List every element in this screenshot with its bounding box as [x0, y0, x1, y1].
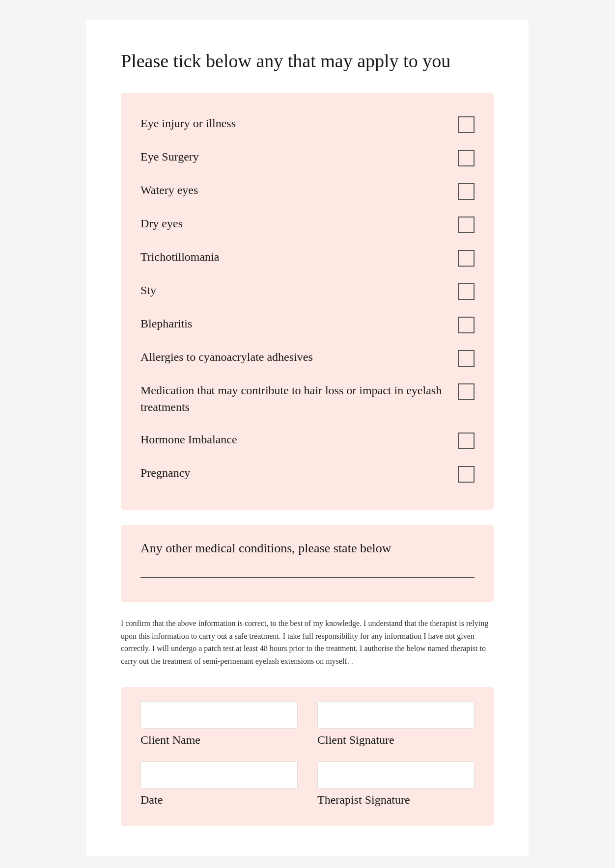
checklist-item-trichotillomania: Trichotillomania — [140, 241, 475, 274]
checklist-label-dry-eyes: Dry eyes — [140, 216, 458, 232]
confirmation-text: I confirm that the above information is … — [121, 617, 494, 667]
other-conditions-label: Any other medical conditions, please sta… — [140, 540, 475, 557]
checklist-item-hormone: Hormone Imbalance — [140, 424, 475, 457]
checklist-checkbox-dry-eyes[interactable] — [458, 217, 475, 233]
checklist-label-medication: Medication that may contribute to hair l… — [140, 382, 458, 415]
other-conditions-line — [140, 577, 475, 578]
signature-field-label-client-name: Client Name — [140, 733, 298, 747]
signature-field-client-name: Client Name — [140, 702, 298, 747]
checklist-label-hormone: Hormone Imbalance — [140, 432, 458, 448]
signature-input-client-signature[interactable] — [317, 702, 475, 729]
checklist-item-eye-surgery: Eye Surgery — [140, 141, 475, 174]
checklist-checkbox-eye-injury[interactable] — [458, 116, 475, 133]
checklist-label-watery-eyes: Watery eyes — [140, 182, 458, 199]
checklist-checkbox-trichotillomania[interactable] — [458, 250, 475, 267]
main-page: Please tick below any that may apply to … — [86, 20, 529, 856]
checklist-checkbox-medication[interactable] — [458, 383, 475, 400]
checklist-checkbox-pregnancy[interactable] — [458, 466, 475, 483]
checklist-label-eye-injury: Eye injury or illness — [140, 115, 458, 132]
checklist-box: Eye injury or illnessEye SurgeryWatery e… — [121, 93, 494, 510]
checklist-item-eye-injury: Eye injury or illness — [140, 108, 475, 141]
checklist-label-eye-surgery: Eye Surgery — [140, 149, 458, 165]
signature-field-label-date: Date — [140, 793, 298, 807]
checklist-checkbox-blepharitis[interactable] — [458, 317, 475, 333]
signature-field-therapist-signature: Therapist Signature — [317, 761, 475, 807]
signature-grid: Client NameClient SignatureDateTherapist… — [140, 702, 475, 807]
checklist-item-dry-eyes: Dry eyes — [140, 208, 475, 241]
checklist-item-pregnancy: Pregnancy — [140, 457, 475, 490]
checklist-label-pregnancy: Pregnancy — [140, 465, 458, 482]
signature-section: Client NameClient SignatureDateTherapist… — [121, 687, 494, 826]
checklist-label-trichotillomania: Trichotillomania — [140, 249, 458, 266]
checklist-item-allergies: Allergies to cyanoacrylate adhesives — [140, 341, 475, 375]
checklist-item-watery-eyes: Watery eyes — [140, 174, 475, 208]
checklist-label-sty: Sty — [140, 282, 458, 299]
checklist-item-blepharitis: Blepharitis — [140, 308, 475, 341]
signature-input-client-name[interactable] — [140, 702, 298, 729]
signature-input-date[interactable] — [140, 761, 298, 788]
checklist-checkbox-allergies[interactable] — [458, 350, 475, 367]
signature-field-client-signature: Client Signature — [317, 702, 475, 747]
signature-field-label-therapist-signature: Therapist Signature — [317, 793, 475, 807]
page-title: Please tick below any that may apply to … — [121, 49, 494, 73]
checklist-checkbox-eye-surgery[interactable] — [458, 150, 475, 166]
checklist-item-sty: Sty — [140, 274, 475, 308]
checklist-checkbox-hormone[interactable] — [458, 433, 475, 449]
checklist-label-allergies: Allergies to cyanoacrylate adhesives — [140, 349, 458, 366]
checklist-label-blepharitis: Blepharitis — [140, 316, 458, 332]
signature-field-date: Date — [140, 761, 298, 807]
signature-field-label-client-signature: Client Signature — [317, 733, 475, 747]
signature-input-therapist-signature[interactable] — [317, 761, 475, 788]
checklist-checkbox-sty[interactable] — [458, 283, 475, 300]
other-conditions-section: Any other medical conditions, please sta… — [121, 525, 494, 602]
checklist-item-medication: Medication that may contribute to hair l… — [140, 375, 475, 423]
checklist-checkbox-watery-eyes[interactable] — [458, 183, 475, 200]
